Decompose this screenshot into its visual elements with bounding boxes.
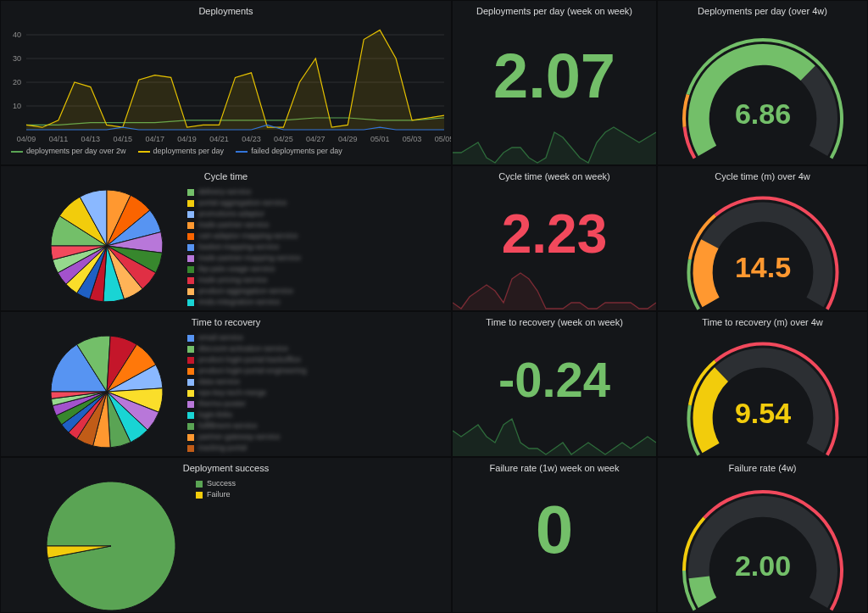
panel-title: Cycle time (1, 166, 451, 183)
stat-value: 2.07 (453, 45, 656, 108)
legend-item[interactable]: tracking-portal (187, 443, 307, 454)
legend-item[interactable]: Failure (196, 489, 236, 500)
legend-swatch (187, 288, 194, 295)
legend-label: nps-key-tech-merge (198, 387, 266, 398)
legend-swatch (187, 277, 194, 284)
legend-swatch (187, 390, 194, 397)
svg-text:20: 20 (13, 78, 21, 86)
svg-text:40: 40 (13, 31, 21, 39)
legend-item[interactable]: trade-pricing-service (187, 275, 301, 286)
legend-item[interactable]: discount-activation-service (187, 343, 307, 354)
legend-label: discount-activation-service (198, 343, 288, 354)
panel-ttr-wow[interactable]: Time to recovery (week on week) -0.24 (452, 311, 657, 457)
panel-success-pie[interactable]: Deployment success Success Failure (0, 457, 452, 613)
legend-item[interactable]: ibp-pais-usage-service (187, 264, 301, 275)
sparkline (453, 270, 656, 310)
panel-ttr-4w[interactable]: Time to recovery (m) over 4w 9.54 (657, 311, 868, 457)
legend-item[interactable]: data-service (187, 376, 307, 387)
legend-item[interactable]: partner-gateway-service (187, 432, 307, 443)
legend-item[interactable]: trade-partner-mapping-service (187, 253, 301, 264)
stat-value: 2.23 (453, 207, 656, 261)
pie-chart (35, 332, 179, 451)
legend-label: basket-mapping-service (198, 242, 280, 253)
svg-text:10: 10 (13, 102, 21, 110)
legend-swatch (187, 423, 194, 430)
svg-text:6.86: 6.86 (734, 98, 790, 130)
svg-text:2.00: 2.00 (734, 549, 790, 582)
legend-label: thermo-poster (198, 398, 246, 410)
legend-swatch (187, 335, 194, 342)
panel-title: Time to recovery (1, 312, 451, 329)
svg-text:04/29: 04/29 (338, 135, 358, 143)
panel-cycle-4w[interactable]: Cycle time (m) over 4w 14.5 (657, 165, 868, 311)
svg-text:05/03: 05/03 (403, 135, 422, 143)
legend-item[interactable]: portal-aggregation-service (187, 198, 301, 209)
legend-item[interactable]: product-aggregation-service (187, 286, 301, 297)
panel-cycle-wow[interactable]: Cycle time (week on week) 2.23 (452, 165, 657, 311)
legend-label: fulfillment-service (198, 421, 258, 432)
legend-swatch (187, 233, 194, 240)
legend-item[interactable]: thermo-poster (187, 398, 307, 410)
svg-text:04/27: 04/27 (306, 135, 326, 143)
legend-swatch (187, 368, 194, 375)
panel-deployments[interactable]: Deployments 1020304004/0904/1104/1304/15… (0, 0, 452, 165)
legend-item[interactable]: promotions-adaptor (187, 209, 301, 220)
legend-item[interactable]: email-service (187, 332, 307, 343)
legend-swatch (187, 189, 194, 196)
legend-swatch (187, 266, 194, 273)
legend-label: data-service (198, 376, 240, 387)
legend-item[interactable]: basket-mapping-service (187, 242, 301, 253)
svg-text:30: 30 (13, 54, 21, 63)
legend-label: Failure (207, 489, 231, 500)
legend-item[interactable]: deployments per day (138, 147, 225, 155)
panel-ttr-pie[interactable]: Time to recovery email-service discount-… (0, 311, 452, 457)
panel-deploy-wow[interactable]: Deployments per day (week on week) 2.07 (452, 0, 657, 165)
legend-label: ibp-pais-usage-service (198, 264, 275, 275)
legend-label: product-aggregation-service (198, 286, 293, 297)
legend-item[interactable]: nps-key-tech-merge (187, 387, 307, 398)
legend-swatch (187, 244, 194, 251)
svg-text:04/15: 04/15 (114, 135, 133, 143)
legend-label: Success (207, 478, 236, 489)
legend-item[interactable]: login-links (187, 410, 307, 421)
legend-item[interactable]: fulfillment-service (187, 421, 307, 432)
panel-title: Time to recovery (week on week) (453, 312, 656, 329)
pie-legend: Success Failure (196, 478, 236, 500)
panel-title: Deployments per day (over 4w) (658, 1, 867, 18)
panel-fail-wow[interactable]: Failure rate (1w) week on week 0 (452, 457, 657, 613)
legend-label: promotions-adaptor (198, 209, 264, 220)
legend-item[interactable]: trade-partner-service (187, 220, 301, 231)
panel-fail-4w[interactable]: Failure rate (4w) 2.00 (657, 457, 868, 613)
legend-item[interactable]: product-login-portal-engineering (187, 365, 307, 376)
pie-legend: email-service discount-activation-servic… (187, 332, 307, 454)
stat-value: 0 (453, 496, 656, 564)
legend-item[interactable]: tmdu-integration-service (187, 297, 301, 308)
svg-text:04/09: 04/09 (17, 135, 36, 143)
panel-cycle-pie[interactable]: Cycle time delivery-service portal-aggre… (0, 165, 452, 311)
legend-label: cart-adaptor-mapping-service (198, 231, 298, 242)
svg-text:04/23: 04/23 (242, 135, 261, 143)
legend-item[interactable]: cart-adaptor-mapping-service (187, 231, 301, 242)
svg-text:14.5: 14.5 (734, 251, 790, 283)
panel-deploy-4w[interactable]: Deployments per day (over 4w) 6.86 (657, 0, 868, 165)
gauge: 14.5 (674, 183, 852, 310)
legend-label: product-login-portal-backoffice (198, 354, 301, 365)
sparkline (453, 124, 656, 164)
legend-label: product-login-portal-engineering (198, 365, 307, 376)
legend-swatch (187, 346, 194, 353)
pie-chart (35, 187, 179, 305)
legend-label: email-service (198, 332, 243, 343)
legend-swatch (187, 434, 194, 441)
sparkline (453, 415, 656, 456)
panel-title: Deployments (1, 1, 451, 18)
legend-item[interactable]: delivery-service (187, 187, 301, 198)
legend-item[interactable]: deployments per day over 2w (11, 147, 126, 155)
legend-item[interactable]: failed deployments per day (236, 147, 342, 155)
gauge: 6.86 (674, 24, 852, 159)
legend-swatch (187, 255, 194, 262)
legend-item[interactable]: product-login-portal-backoffice (187, 354, 307, 365)
legend-item[interactable]: Success (196, 478, 236, 489)
panel-title: Deployments per day (week on week) (453, 1, 656, 18)
svg-text:05/01: 05/01 (370, 135, 390, 143)
deployments-timeseries: 1020304004/0904/1104/1304/1504/1704/1904… (1, 18, 452, 147)
